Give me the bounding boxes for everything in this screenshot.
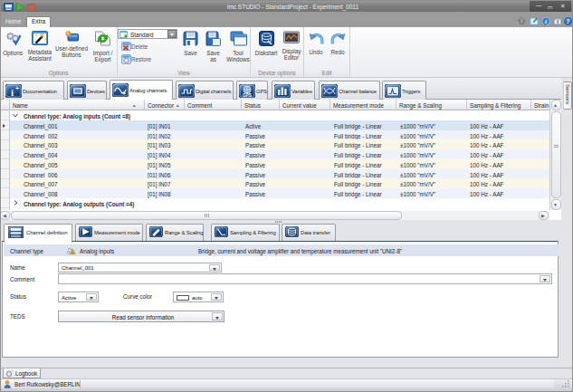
svg-text:i: i (11, 87, 14, 98)
svg-text:i: i (545, 18, 547, 25)
svg-text:GPS: GPS (243, 93, 251, 98)
svg-text:+: + (15, 85, 19, 91)
svg-text:?: ? (566, 18, 569, 24)
